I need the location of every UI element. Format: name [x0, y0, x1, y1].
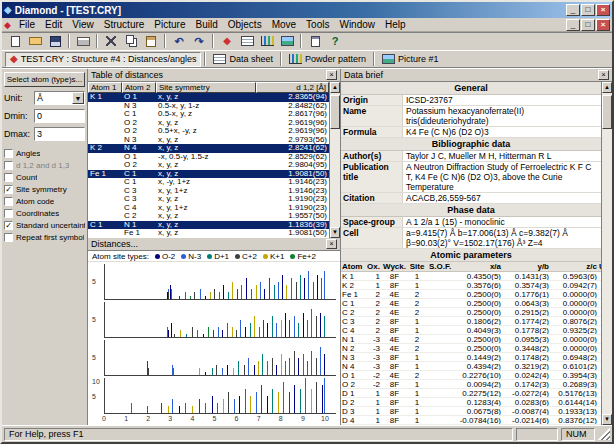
atomic-row[interactable]: K 218F10.3576(6)0.3574(3)0.0942(7) [341, 281, 601, 290]
checkbox-box[interactable] [4, 209, 13, 218]
checkbox-repeat-first-symbol[interactable]: Repeat first symbol [4, 233, 85, 242]
table-row[interactable]: O 20.5+x, -y, z2.9619(96) [88, 127, 329, 136]
close-icon[interactable]: × [596, 4, 610, 16]
table-row[interactable]: C 3x, y, z1.9190(23) [88, 195, 329, 204]
table-row[interactable]: C 10.5-x, y, z2.8617(96) [88, 110, 329, 119]
column-header-atom1[interactable]: Atom 1 [88, 82, 122, 93]
atomic-row[interactable]: K 118F10.4350(5)0.1431(3)0.5963(6) [341, 272, 601, 281]
select-atom-types-button[interactable]: Select atom (type)s... [4, 72, 85, 87]
checkbox-box[interactable]: ✓ [4, 221, 13, 230]
atomic-row[interactable]: C 328F10.1806(2)0.1774(2)0.8076(2) [341, 317, 601, 326]
dmax-input[interactable] [34, 127, 85, 141]
brief-scroll-up-icon[interactable]: ▲ [602, 82, 612, 93]
new-file-icon[interactable] [6, 33, 24, 49]
checkbox-site-symmetry[interactable]: ✓Site symmetry [4, 185, 85, 194]
menu-edit[interactable]: Edit [40, 18, 67, 31]
menu-objects[interactable]: Objects [223, 18, 267, 31]
checkbox-d-1-2-and-d-1-3[interactable]: d 1,2 and d 1,3 [4, 161, 85, 170]
redo-icon[interactable]: ↷ [190, 33, 208, 49]
atomic-row[interactable]: O 2-28F10.0094(2)0.1742(3)0.2689(3) [341, 380, 601, 389]
menu-structure[interactable]: Structure [99, 18, 150, 31]
checkbox-box[interactable] [4, 149, 13, 158]
menu-build[interactable]: Build [190, 18, 222, 31]
checkbox-box[interactable] [4, 161, 13, 170]
atomic-row[interactable]: D 218F10.1283(4)0.0283(6)0.6144(14) [341, 398, 601, 407]
brief-scroll-down-icon[interactable]: ▼ [602, 414, 612, 425]
table-row[interactable]: N 30.5-x, y, 1-z2.8482(62) [88, 102, 329, 111]
table-row[interactable]: O 2x, y, z2.9804(95) [88, 161, 329, 170]
minimize-icon[interactable]: _ [566, 4, 580, 16]
table-row[interactable]: O 1-x, 0.5-y, 1.5-z2.8529(62) [88, 153, 329, 162]
menu-tools[interactable]: Tools [301, 18, 334, 31]
picture-icon[interactable] [278, 33, 296, 49]
table-row[interactable]: C 4x, y, 1+z1.9190(23) [88, 204, 329, 213]
table-row[interactable]: O 2x, y, z2.9619(96) [88, 119, 329, 128]
menu-move[interactable]: Move [267, 18, 301, 31]
checkbox-box[interactable] [4, 233, 13, 242]
table-row[interactable]: C 1N 1x, y, z1.1836(39) [88, 221, 329, 230]
atomic-row[interactable]: C 224E20.2500(0)0.2915(2)0.0000(0) [341, 308, 601, 317]
data-brief-scrollbar[interactable]: ▲ ▼ [601, 82, 612, 425]
chevron-down-icon[interactable]: ▼ [72, 92, 84, 104]
table-row[interactable]: C 3x, y, 1+z1.9146(23) [88, 187, 329, 196]
tab-picture-1[interactable]: Picture #1 [378, 52, 443, 67]
close-table-icon[interactable]: × [326, 70, 337, 80]
tab-test-cry-structure-4-distances-angles[interactable]: ◆TEST.CRY : Structure #4 : Distances/ang… [5, 52, 201, 67]
tab-powder-pattern[interactable]: Powder pattern [285, 52, 370, 67]
scrollbar-thumb[interactable] [330, 95, 340, 129]
menu-window[interactable]: Window [334, 18, 380, 31]
checkbox-box[interactable]: ✓ [4, 185, 13, 194]
scroll-down-icon[interactable]: ▼ [330, 227, 340, 238]
checkbox-coordinates[interactable]: Coordinates [4, 209, 85, 218]
table-row[interactable]: Fe 1x, y, z1.9081(50) [88, 229, 329, 238]
distance-table-scrollbar[interactable]: ▲ ▼ [329, 82, 340, 238]
menu-view[interactable]: View [67, 18, 99, 31]
close-data-brief-icon[interactable]: × [598, 70, 609, 80]
mdi-restore-icon[interactable]: □ [581, 19, 595, 31]
properties-icon[interactable] [306, 33, 324, 49]
structure-icon[interactable]: ◆ [218, 33, 236, 49]
data-sheet-icon[interactable] [238, 33, 256, 49]
cut-icon[interactable] [102, 33, 120, 49]
checkbox-count[interactable]: Count [4, 173, 85, 182]
checkbox-atom-code[interactable]: Atom code [4, 197, 85, 206]
mdi-close-icon[interactable]: × [596, 19, 610, 31]
atomic-row[interactable]: N 1-34E20.2500(0)0.0955(3)0.0000(0) [341, 335, 601, 344]
open-file-icon[interactable] [26, 33, 44, 49]
unit-select[interactable]: Å ▼ [34, 91, 85, 105]
table-row[interactable]: C 1x, -y, 1+z1.9146(23) [88, 178, 329, 187]
mdi-minimize-icon[interactable]: _ [566, 19, 580, 31]
dmin-input[interactable] [34, 109, 85, 123]
print-icon[interactable] [74, 33, 92, 49]
atomic-row[interactable]: Fe 124E20.2500(0)0.1776(1)0.0000(0) [341, 290, 601, 299]
checkbox-box[interactable] [4, 197, 13, 206]
atomic-row[interactable]: N 2-34E20.2500(0)0.3448(2)0.0000(0) [341, 344, 601, 353]
column-header-atom2[interactable]: Atom 2 [122, 82, 156, 93]
checkbox-standard-uncertainties[interactable]: ✓Standard uncertainties [4, 221, 85, 230]
atomic-row[interactable]: C 124E20.2500(0)0.0643(3)0.0000(0) [341, 299, 601, 308]
resize-grip[interactable] [598, 428, 610, 440]
brief-scrollbar-track[interactable] [602, 93, 612, 414]
scroll-up-icon[interactable]: ▲ [330, 82, 340, 93]
atomic-row[interactable]: D 318F10.0675(8)-0.0087(4)0.1933(13) [341, 407, 601, 416]
atomic-row[interactable]: N 4-38F10.4394(2)0.3219(2)0.6101(2) [341, 362, 601, 371]
close-chart-icon[interactable]: × [326, 239, 337, 249]
maximize-icon[interactable]: □ [581, 4, 595, 16]
menu-help[interactable]: Help [380, 18, 411, 31]
paste-icon[interactable] [142, 33, 160, 49]
atomic-row[interactable]: O 1-24E20.2276(10)0.0242(4)0.3954(3) [341, 371, 601, 380]
table-row[interactable]: C 2x, y, z1.9557(50) [88, 212, 329, 221]
powder-pattern-icon[interactable] [258, 33, 276, 49]
checkbox-box[interactable] [4, 173, 13, 182]
menu-file[interactable]: File [14, 18, 40, 31]
atomic-row[interactable]: C 428F10.4049(3)0.1778(2)0.9325(2) [341, 326, 601, 335]
column-header-d12[interactable]: d 1,2 [Å] [256, 82, 329, 93]
save-file-icon[interactable] [46, 33, 64, 49]
atomic-row[interactable]: D 118F10.2275(12)-0.0272(4)0.5176(13) [341, 389, 601, 398]
atomic-row[interactable]: D 418F1-0.0784(16)-0.0214(6)0.8376(12) [341, 416, 601, 425]
table-row[interactable]: N 3x, y, z2.9793(56) [88, 136, 329, 145]
help-icon[interactable]: ? [326, 33, 344, 49]
copy-icon[interactable] [122, 33, 140, 49]
atomic-row[interactable]: N 3-38F10.1449(2)0.1748(2)0.6948(2) [341, 353, 601, 362]
table-row[interactable]: K 1O 1x, y, z2.8365(94) [88, 93, 329, 102]
